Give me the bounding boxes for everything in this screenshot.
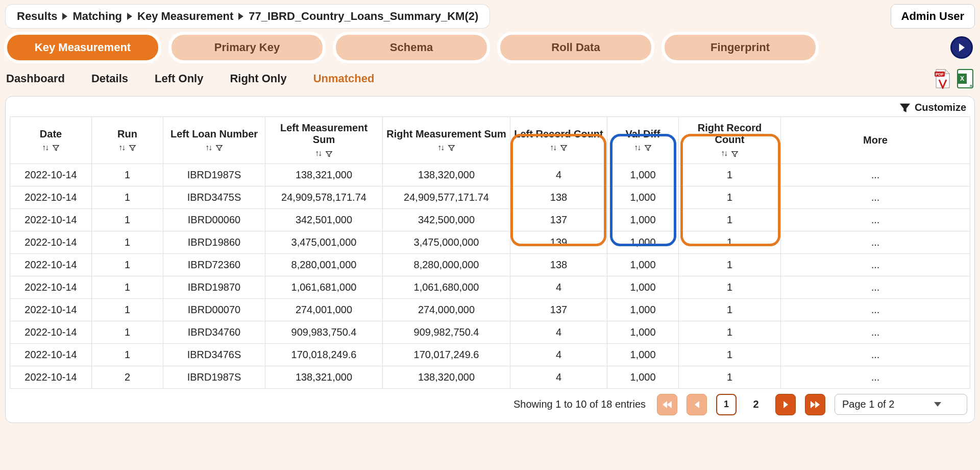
export-excel-icon[interactable]: Xa, bbox=[957, 68, 974, 89]
filter-icon[interactable] bbox=[731, 148, 739, 159]
tab-schema[interactable]: Schema bbox=[336, 35, 487, 60]
sort-icon[interactable]: ↑↓ bbox=[437, 143, 444, 152]
filter-icon[interactable] bbox=[325, 148, 333, 159]
sub-tabs: Dashboard Details Left Only Right Only U… bbox=[6, 68, 974, 89]
table-cell[interactable]: ... bbox=[781, 276, 970, 298]
sort-filter-controls[interactable]: ↑↓ bbox=[315, 148, 333, 159]
sort-icon[interactable]: ↑↓ bbox=[205, 143, 211, 152]
sort-icon[interactable]: ↑↓ bbox=[42, 143, 48, 152]
table-cell[interactable]: ... bbox=[781, 208, 970, 231]
table-cell[interactable]: ... bbox=[781, 343, 970, 366]
subtab-details[interactable]: Details bbox=[91, 72, 128, 85]
subtab-dashboard[interactable]: Dashboard bbox=[6, 72, 65, 85]
table-row[interactable]: 2022-10-141IBRD198603,475,001,0003,475,0… bbox=[10, 231, 970, 253]
table-cell: 4 bbox=[510, 343, 607, 366]
table-row[interactable]: 2022-10-141IBRD34760909,983,750.4909,982… bbox=[10, 321, 970, 343]
breadcrumb[interactable]: Results Matching Key Measurement 77_IBRD… bbox=[5, 4, 490, 29]
breadcrumb-item[interactable]: Key Measurement bbox=[137, 10, 233, 23]
table-cell: 2022-10-14 bbox=[10, 253, 92, 276]
sort-icon[interactable]: ↑↓ bbox=[721, 149, 727, 158]
sort-filter-controls[interactable]: ↑↓ bbox=[42, 142, 60, 153]
breadcrumb-item[interactable]: Matching bbox=[72, 10, 122, 23]
page-select-label: Page 1 of 2 bbox=[842, 398, 894, 410]
table-cell: 2022-10-14 bbox=[10, 186, 92, 208]
pager-prev-button[interactable] bbox=[687, 394, 707, 415]
table-cell: 1 bbox=[679, 163, 781, 186]
export-pdf-icon[interactable]: PDF bbox=[934, 68, 951, 89]
filter-icon[interactable] bbox=[129, 142, 136, 153]
table-cell[interactable]: ... bbox=[781, 163, 970, 186]
table-cell[interactable]: ... bbox=[781, 186, 970, 208]
table-row[interactable]: 2022-10-141IBRD3476S170,018,249.6170,017… bbox=[10, 343, 970, 366]
column-header-label: Right Record Count bbox=[682, 122, 777, 146]
column-header[interactable]: More bbox=[781, 117, 970, 164]
sort-icon[interactable]: ↑↓ bbox=[118, 143, 125, 152]
pager-last-button[interactable] bbox=[805, 394, 825, 415]
pager-page-2[interactable]: 2 bbox=[746, 394, 766, 415]
column-header[interactable]: Right Record Count↑↓ bbox=[679, 117, 781, 164]
table-cell: 1 bbox=[679, 276, 781, 298]
subtab-unmatched[interactable]: Unmatched bbox=[313, 72, 375, 85]
breadcrumb-item[interactable]: Results bbox=[17, 10, 57, 23]
column-header[interactable]: Left Record Count↑↓ bbox=[510, 117, 607, 164]
table-cell: 138,320,000 bbox=[383, 163, 510, 186]
tab-roll-data[interactable]: Roll Data bbox=[500, 35, 651, 60]
sort-filter-controls[interactable]: ↑↓ bbox=[550, 142, 568, 153]
filter-icon[interactable] bbox=[644, 142, 652, 153]
sort-filter-controls[interactable]: ↑↓ bbox=[118, 142, 136, 153]
column-header[interactable]: Left Measurement Sum↑↓ bbox=[265, 117, 383, 164]
table-row[interactable]: 2022-10-141IBRD00070274,001,000274,000,0… bbox=[10, 298, 970, 321]
table-cell: 3,475,001,000 bbox=[265, 231, 383, 253]
chevron-right-icon bbox=[959, 43, 965, 52]
filter-icon[interactable] bbox=[448, 142, 455, 153]
filter-icon[interactable] bbox=[899, 102, 911, 113]
table-row[interactable]: 2022-10-141IBRD723608,280,001,0008,280,0… bbox=[10, 253, 970, 276]
table-cell: IBRD19870 bbox=[163, 276, 265, 298]
sort-filter-controls[interactable]: ↑↓ bbox=[634, 142, 652, 153]
customize-button[interactable]: Customize bbox=[915, 102, 966, 113]
subtab-left-only[interactable]: Left Only bbox=[155, 72, 203, 85]
breadcrumb-item[interactable]: 77_IBRD_Country_Loans_Summary_KM(2) bbox=[249, 10, 478, 23]
table-cell: 1 bbox=[679, 343, 781, 366]
sort-icon[interactable]: ↑↓ bbox=[550, 143, 556, 152]
table-cell: 1 bbox=[679, 298, 781, 321]
filter-icon[interactable] bbox=[560, 142, 568, 153]
table-cell[interactable]: ... bbox=[781, 321, 970, 343]
pager-next-button[interactable] bbox=[775, 394, 796, 415]
column-header[interactable]: Run↑↓ bbox=[92, 117, 163, 164]
column-header[interactable]: Left Loan Number↑↓ bbox=[163, 117, 265, 164]
page-select-dropdown[interactable]: Page 1 of 2 bbox=[835, 394, 967, 415]
tab-fingerprint[interactable]: Fingerprint bbox=[665, 35, 816, 60]
sort-icon[interactable]: ↑↓ bbox=[315, 149, 321, 158]
sort-filter-controls[interactable]: ↑↓ bbox=[205, 142, 223, 153]
sort-filter-controls[interactable]: ↑↓ bbox=[437, 142, 455, 153]
table-cell[interactable]: ... bbox=[781, 231, 970, 253]
column-header[interactable]: Right Measurement Sum↑↓ bbox=[383, 117, 510, 164]
sort-filter-controls[interactable]: ↑↓ bbox=[721, 148, 739, 159]
table-cell[interactable]: ... bbox=[781, 253, 970, 276]
table-cell: 1 bbox=[92, 253, 163, 276]
subtab-right-only[interactable]: Right Only bbox=[230, 72, 286, 85]
tab-primary-key[interactable]: Primary Key bbox=[172, 35, 323, 60]
table-cell: 137 bbox=[510, 208, 607, 231]
table-row[interactable]: 2022-10-141IBRD1987S138,321,000138,320,0… bbox=[10, 163, 970, 186]
table-cell[interactable]: ... bbox=[781, 298, 970, 321]
column-header[interactable]: Val Diff↑↓ bbox=[607, 117, 679, 164]
table-row[interactable]: 2022-10-141IBRD3475S24,909,578,171.7424,… bbox=[10, 186, 970, 208]
table-cell[interactable]: ... bbox=[781, 366, 970, 388]
table-row[interactable]: 2022-10-142IBRD1987S138,321,000138,320,0… bbox=[10, 366, 970, 388]
tab-key-measurement[interactable]: Key Measurement bbox=[7, 35, 158, 60]
next-tabs-button[interactable] bbox=[950, 36, 973, 59]
table-row[interactable]: 2022-10-141IBRD198701,061,681,0001,061,6… bbox=[10, 276, 970, 298]
table-row[interactable]: 2022-10-141IBRD00060342,501,000342,500,0… bbox=[10, 208, 970, 231]
table-cell: 1,000 bbox=[607, 186, 679, 208]
pager-first-button[interactable] bbox=[657, 394, 677, 415]
column-header[interactable]: Date↑↓ bbox=[10, 117, 92, 164]
admin-user-button[interactable]: Admin User bbox=[891, 4, 975, 29]
pager-page-1[interactable]: 1 bbox=[716, 394, 737, 415]
sort-icon[interactable]: ↑↓ bbox=[634, 143, 640, 152]
table-cell: IBRD72360 bbox=[163, 253, 265, 276]
table-cell: 1,000 bbox=[607, 321, 679, 343]
filter-icon[interactable] bbox=[52, 142, 60, 153]
filter-icon[interactable] bbox=[215, 142, 223, 153]
